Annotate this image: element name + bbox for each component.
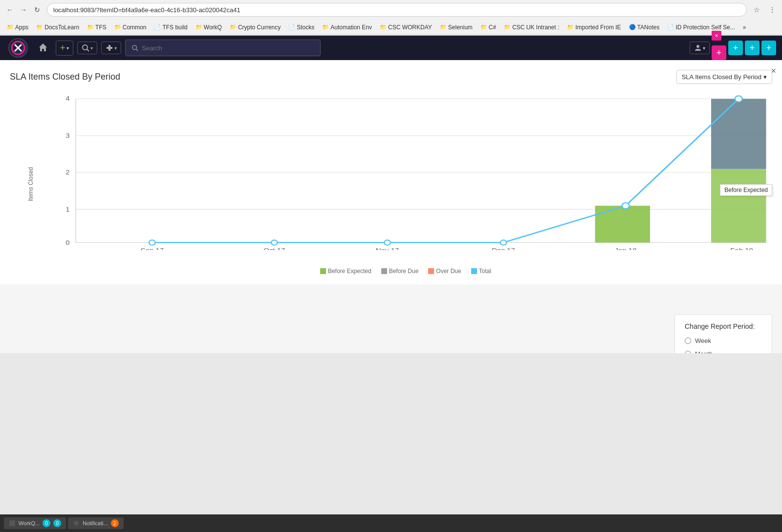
svg-rect-6 [107, 47, 112, 49]
docstolearnl-icon: 📁 [36, 24, 43, 30]
bookmark-crypto[interactable]: 📁 Crypto Currency [227, 23, 283, 32]
url-bar[interactable] [47, 3, 747, 17]
svg-point-3 [83, 45, 87, 50]
selector-chevron-icon: ▾ [763, 73, 767, 81]
bookmark-tfs[interactable]: 📁 TFS [84, 23, 109, 32]
chart-legend: Before Expected Before Due Over Due Tota… [39, 268, 772, 275]
imported-ie-icon: 📁 [567, 24, 574, 30]
tools-icon [106, 44, 113, 52]
bookmark-imported-ie[interactable]: 📁 Imported From IE [564, 23, 624, 32]
user-button[interactable]: ▾ [690, 42, 710, 54]
period-month-radio[interactable] [685, 351, 691, 353]
y-axis-label: Items Closed [27, 167, 34, 201]
toolbar-right: ▾ × + + + + [690, 36, 776, 60]
crypto-icon: 📁 [230, 24, 237, 30]
svg-line-4 [87, 49, 89, 51]
csc-workday-icon: 📁 [380, 24, 387, 30]
svg-line-8 [136, 49, 138, 51]
report-selector[interactable]: SLA Items Closed By Period ▾ [676, 70, 772, 84]
forward-button[interactable]: → [18, 4, 29, 16]
search-box-icon [131, 44, 138, 51]
back-button[interactable]: ← [4, 4, 16, 16]
tools-button-group[interactable]: ▾ [101, 42, 121, 54]
bookmark-tfs-build[interactable]: 📄 TFS build [151, 23, 190, 32]
report-close-button[interactable]: × [771, 66, 776, 76]
csharp-icon: 📁 [480, 24, 487, 30]
svg-rect-29 [711, 169, 766, 243]
period-week[interactable]: Week [685, 337, 762, 344]
app-logo [6, 38, 30, 58]
svg-text:2: 2 [65, 169, 69, 176]
apps-icon: 📁 [7, 24, 14, 30]
svg-point-9 [696, 45, 699, 48]
legend-before-due-color [381, 268, 387, 274]
browser-menu-button[interactable]: ⋮ [766, 4, 778, 16]
period-radio-group: Week Month Half Year Year [685, 337, 762, 353]
id-protection-icon: 📄 [667, 24, 674, 30]
svg-text:1: 1 [65, 206, 69, 213]
common-icon: 📁 [114, 24, 121, 30]
user-icon [694, 44, 702, 52]
chart-svg: 4 3 2 1 0 Sep 17 Oct 17 Nov 17 Dec 17 Ja… [39, 94, 772, 250]
bookmark-selenium[interactable]: 📁 Selenium [437, 23, 476, 32]
workq-icon: 📁 [196, 24, 202, 30]
browser-chrome: ← → ↻ ☆ ⋮ 📁 Apps 📁 DocsToLearn 📁 TFS 📁 C… [0, 0, 782, 36]
search-button-group[interactable]: ▾ [77, 42, 97, 54]
chart-container: Items Closed 4 3 2 1 0 Se [10, 94, 772, 275]
legend-before-expected: Before Expected [320, 268, 371, 275]
selenium-icon: 📁 [440, 24, 447, 30]
svg-text:Nov 17: Nov 17 [376, 247, 399, 250]
pink-button-1[interactable]: + [712, 45, 726, 60]
bookmark-stocks[interactable]: 📄 Stocks [285, 23, 317, 32]
automation-icon: 📁 [322, 24, 329, 30]
svg-text:Sep 17: Sep 17 [140, 247, 164, 250]
bookmark-apps[interactable]: 📁 Apps [4, 23, 31, 32]
report-title: SLA Items Closed By Period [10, 72, 120, 82]
svg-point-32 [271, 240, 278, 245]
report-header: SLA Items Closed By Period SLA Items Clo… [10, 70, 772, 84]
app-toolbar: + ▾ ▾ ▾ ▾ × + [0, 36, 782, 60]
svg-text:Jan 18: Jan 18 [614, 247, 636, 250]
svg-rect-30 [711, 99, 766, 169]
add-button-group[interactable]: + ▾ [56, 41, 73, 56]
report-selector-label: SLA Items Closed By Period [682, 73, 761, 81]
cyan-button-1[interactable]: + [728, 41, 743, 55]
reload-button[interactable]: ↻ [31, 4, 43, 16]
logo-circle [8, 38, 28, 58]
bookmark-id-protection[interactable]: 📄 ID Protection Self Se... [664, 23, 738, 32]
report-panel: × SLA Items Closed By Period SLA Items C… [0, 60, 782, 284]
period-month-label: Month [695, 350, 713, 353]
tfs-icon: 📁 [87, 24, 94, 30]
period-week-radio[interactable] [685, 338, 691, 344]
close-tab-button[interactable]: × [712, 31, 721, 41]
bookmark-star-button[interactable]: ☆ [751, 4, 762, 16]
legend-over-due: Over Due [428, 268, 461, 275]
bookmark-tanotes[interactable]: 🔵 TANotes [626, 23, 663, 32]
bookmark-csc-uk[interactable]: 📁 CSC UK Intranet : [501, 23, 562, 32]
cyan-button-2[interactable]: + [745, 41, 760, 55]
bookmark-csc-workday[interactable]: 📁 CSC WORKDAY [377, 23, 435, 32]
period-month[interactable]: Month [685, 350, 762, 353]
svg-text:0: 0 [65, 239, 70, 246]
bookmark-workq[interactable]: 📁 WorkQ [193, 23, 225, 32]
search-input[interactable] [142, 44, 314, 52]
svg-text:Dec 17: Dec 17 [492, 247, 515, 250]
svg-point-36 [735, 96, 742, 102]
svg-point-34 [500, 240, 507, 245]
bookmark-csharp[interactable]: 📁 C# [478, 23, 499, 32]
stocks-icon: 📄 [288, 24, 295, 30]
address-bar: ← → ↻ ☆ ⋮ [0, 0, 782, 20]
tanotes-icon: 🔵 [629, 24, 636, 30]
period-panel: Change Report Period: Week Month Half Ye… [674, 314, 772, 353]
home-button[interactable] [34, 40, 52, 57]
search-box[interactable] [125, 40, 321, 56]
bookmark-more[interactable]: » [740, 23, 749, 32]
bookmark-docstolearnl[interactable]: 📁 DocsToLearn [33, 23, 82, 32]
bookmark-common[interactable]: 📁 Common [111, 23, 150, 32]
bookmark-automation[interactable]: 📁 Automation Env [319, 23, 375, 32]
bookmarks-bar: 📁 Apps 📁 DocsToLearn 📁 TFS 📁 Common 📄 TF… [0, 20, 782, 35]
legend-before-due: Before Due [381, 268, 419, 275]
nav-buttons: ← → ↻ [4, 4, 43, 16]
legend-over-due-color [428, 268, 434, 274]
cyan-button-3[interactable]: + [761, 41, 776, 55]
